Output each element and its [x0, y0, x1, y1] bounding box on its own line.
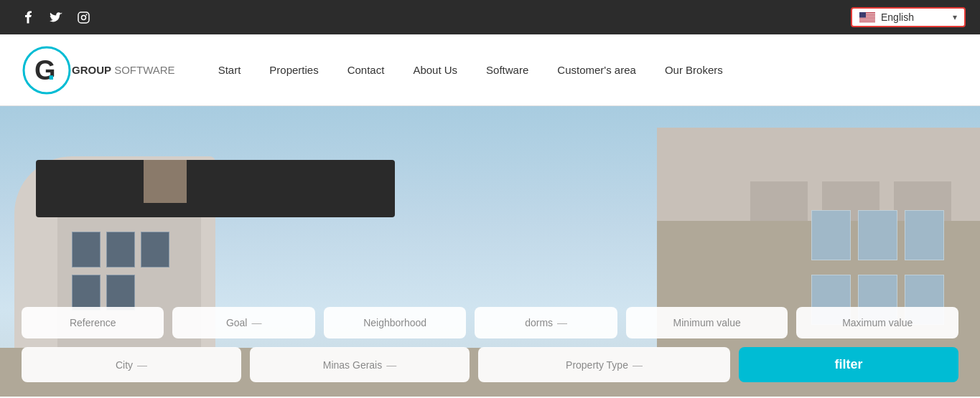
- dorms-input[interactable]: dorms —: [475, 307, 617, 338]
- building-awning: [36, 160, 395, 217]
- filter-bar: Reference Goal — Neighborhood dorms — Mi…: [0, 307, 980, 397]
- city-input[interactable]: City —: [22, 347, 241, 382]
- reference-input[interactable]: Reference: [22, 307, 164, 338]
- goal-input[interactable]: Goal —: [172, 307, 314, 338]
- svg-rect-8: [859, 19, 875, 20]
- window-4: [72, 275, 101, 311]
- window-3: [141, 232, 169, 267]
- svg-point-1: [81, 15, 85, 19]
- top-bar: English ▾: [0, 0, 980, 34]
- nav-contact[interactable]: Contact: [347, 64, 385, 76]
- min-value-input[interactable]: Minimum value: [626, 307, 788, 338]
- window-2: [106, 232, 135, 267]
- state-input[interactable]: Minas Gerais —: [250, 347, 470, 382]
- max-value-input[interactable]: Maximum value: [796, 307, 958, 338]
- nav-software[interactable]: Software: [486, 64, 528, 76]
- window-1: [72, 232, 101, 267]
- svg-rect-10: [859, 12, 866, 18]
- language-selector[interactable]: English ▾: [851, 7, 966, 27]
- filter-button[interactable]: filter: [739, 347, 958, 382]
- filter-row-1: Reference Goal — Neighborhood dorms — Mi…: [22, 307, 958, 338]
- nav-start[interactable]: Start: [218, 64, 241, 76]
- logo: G . GROUP SOFTWARE: [22, 45, 175, 95]
- svg-text:.: .: [47, 55, 55, 85]
- win-r2: [858, 210, 897, 260]
- twitter-icon[interactable]: [49, 10, 63, 24]
- hero-section: Reference Goal — Neighborhood dorms — Mi…: [0, 106, 980, 397]
- awning-accent: [144, 160, 187, 203]
- main-nav: Start Properties Contact About Us Softwa…: [218, 64, 723, 76]
- filter-row-2: City — Minas Gerais — Property Type — fi…: [22, 347, 958, 382]
- social-icons: [22, 10, 90, 24]
- neighborhood-input[interactable]: Neighborhood: [324, 307, 466, 338]
- logo-text: GROUP SOFTWARE: [72, 64, 175, 77]
- svg-rect-0: [78, 12, 89, 23]
- nav-properties[interactable]: Properties: [269, 64, 318, 76]
- instagram-icon[interactable]: [76, 10, 90, 24]
- win-r1: [905, 210, 944, 260]
- nav-brokers[interactable]: Our Brokers: [665, 64, 723, 76]
- svg-rect-7: [859, 18, 875, 19]
- logo-icon: G .: [22, 45, 72, 95]
- svg-point-2: [85, 14, 87, 15]
- svg-rect-9: [859, 21, 875, 22]
- window-5: [106, 275, 135, 311]
- property-type-input[interactable]: Property Type —: [478, 347, 730, 382]
- flag-icon: [859, 12, 875, 22]
- facebook-icon[interactable]: [22, 10, 36, 24]
- header: G . GROUP SOFTWARE Start Properties Cont…: [0, 34, 980, 106]
- nav-customer-area[interactable]: Customer's area: [557, 64, 636, 76]
- language-label: English: [881, 11, 947, 23]
- nav-about[interactable]: About Us: [413, 64, 457, 76]
- chevron-down-icon: ▾: [953, 12, 957, 22]
- win-r3: [811, 210, 851, 260]
